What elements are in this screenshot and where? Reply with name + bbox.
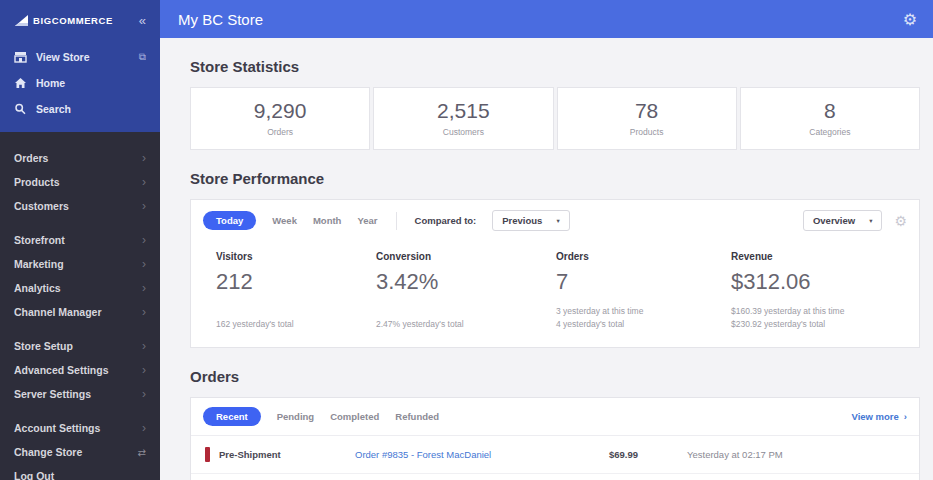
view-more-label: View more (851, 411, 898, 422)
chevron-down-icon: ▾ (556, 217, 559, 225)
sidebar-top-section: BIGCOMMERCE « View Store ⧉ (0, 0, 160, 132)
sidebar-item-orders[interactable]: Orders › (0, 146, 160, 170)
sidebar-item-log-out[interactable]: Log Out (0, 464, 160, 480)
metric-subtext: $230.92 yesterday's total (731, 318, 919, 331)
overview-value: Overview (813, 215, 855, 226)
chevron-right-icon: › (142, 388, 146, 400)
tab-month[interactable]: Month (313, 215, 342, 226)
tab-refunded[interactable]: Refunded (395, 411, 439, 422)
tab-today[interactable]: Today (203, 211, 256, 230)
metric-label: Orders (556, 251, 731, 262)
chevron-right-icon: › (142, 340, 146, 352)
sidebar-item-label: Home (36, 77, 65, 89)
sidebar-item-account-settings[interactable]: Account Settings › (0, 416, 160, 440)
gear-icon[interactable]: ⚙ (903, 10, 917, 29)
divider (396, 212, 397, 230)
sidebar-item-marketing[interactable]: Marketing › (0, 252, 160, 276)
chevron-right-icon: › (142, 258, 146, 270)
metric-subtext: 2.47% yesterday's total (376, 318, 556, 331)
sidebar-item-products[interactable]: Products › (0, 170, 160, 194)
sidebar-item-label: Channel Manager (14, 306, 102, 318)
metric-value: 7 (556, 269, 731, 295)
sidebar-item-label: View Store (36, 51, 90, 63)
chevron-right-icon: › (142, 152, 146, 164)
sidebar-item-home[interactable]: Home (0, 70, 160, 96)
store-performance-card: Today Week Month Year Compared to: Previ… (190, 199, 920, 348)
metric-revenue: Revenue $312.06 $160.39 yesterday at thi… (731, 251, 919, 331)
stat-value: 2,515 (374, 99, 552, 123)
stat-card-customers: 2,515 Customers (373, 87, 553, 150)
sidebar-item-change-store[interactable]: Change Store ⇄ (0, 440, 160, 464)
chevron-right-icon: › (142, 200, 146, 212)
sail-icon (14, 14, 29, 27)
store-statistics-row: 9,290 Orders 2,515 Customers 78 Products… (190, 87, 920, 150)
sidebar-item-label: Change Store (14, 446, 82, 458)
app-window: BIGCOMMERCE « View Store ⧉ (0, 0, 933, 480)
metric-orders: Orders 7 3 yesterday at this time 4 yest… (556, 251, 731, 331)
overview-dropdown[interactable]: Overview ▾ (803, 210, 883, 231)
view-more-link[interactable]: View more › (851, 411, 907, 422)
tab-year[interactable]: Year (357, 215, 377, 226)
change-store-icon: ⇄ (138, 447, 146, 458)
sidebar-item-label: Server Settings (14, 388, 91, 400)
logo-text: BIGCOMMERCE (33, 15, 113, 26)
metric-value: 3.42% (376, 269, 556, 295)
sidebar-item-label: Log Out (14, 470, 54, 480)
metric-visitors: Visitors 212 162 yesterday's total (216, 251, 376, 331)
store-title: My BC Store (178, 11, 263, 28)
order-row: Pre-Shipment Order #9835 - Forest MacDan… (191, 436, 919, 474)
external-link-icon: ⧉ (139, 51, 146, 63)
order-status: Pre-Shipment (219, 449, 281, 460)
metric-value: $312.06 (731, 269, 919, 295)
orders-card: Recent Pending Completed Refunded View m… (190, 397, 920, 480)
status-color-bar (205, 447, 210, 462)
sidebar-item-view-store[interactable]: View Store ⧉ (0, 44, 160, 70)
sidebar-item-store-setup[interactable]: Store Setup › (0, 334, 160, 358)
search-icon (14, 103, 27, 115)
sidebar-item-server-settings[interactable]: Server Settings › (0, 382, 160, 406)
sidebar-item-label: Orders (14, 152, 48, 164)
stat-card-categories: 8 Categories (740, 87, 920, 150)
sidebar-item-storefront[interactable]: Storefront › (0, 228, 160, 252)
sidebar-nav: Orders › Products › Customers › Storefro… (0, 132, 160, 480)
tab-completed[interactable]: Completed (330, 411, 379, 422)
sidebar-item-label: Advanced Settings (14, 364, 109, 376)
store-icon (14, 51, 27, 63)
metric-subtext: 4 yesterday's total (556, 318, 731, 331)
gear-icon[interactable]: ⚙ (894, 213, 907, 229)
stat-label: Products (558, 127, 736, 137)
sidebar-item-label: Store Setup (14, 340, 73, 352)
chevron-down-icon: ▾ (869, 217, 872, 225)
sidebar-item-analytics[interactable]: Analytics › (0, 276, 160, 300)
content: Store Statistics 9,290 Orders 2,515 Cust… (160, 38, 933, 480)
performance-tabrow: Today Week Month Year Compared to: Previ… (191, 200, 919, 241)
sidebar-item-advanced-settings[interactable]: Advanced Settings › (0, 358, 160, 382)
stat-label: Categories (741, 127, 919, 137)
sidebar-item-label: Storefront (14, 234, 65, 246)
orders-heading: Orders (190, 368, 920, 385)
sidebar-item-search[interactable]: Search (0, 96, 160, 122)
tab-recent[interactable]: Recent (203, 407, 261, 426)
bigcommerce-logo: BIGCOMMERCE (14, 14, 113, 27)
metric-subtext: $160.39 yesterday at this time (731, 305, 919, 318)
metric-conversion: Conversion 3.42% 2.47% yesterday's total (376, 251, 556, 331)
stat-value: 78 (558, 99, 736, 123)
header-bar: My BC Store ⚙ (160, 0, 933, 38)
sidebar: BIGCOMMERCE « View Store ⧉ (0, 0, 160, 480)
tab-week[interactable]: Week (272, 215, 297, 226)
metric-label: Visitors (216, 251, 376, 262)
sidebar-collapse-icon[interactable]: « (139, 13, 146, 28)
chevron-right-icon: › (142, 282, 146, 294)
orders-tabrow: Recent Pending Completed Refunded View m… (191, 398, 919, 436)
sidebar-item-customers[interactable]: Customers › (0, 194, 160, 218)
sidebar-item-channel-manager[interactable]: Channel Manager › (0, 300, 160, 324)
chevron-right-icon: › (142, 176, 146, 188)
compared-to-value: Previous (502, 215, 542, 226)
order-link[interactable]: Order #9835 - Forest MacDaniel (355, 449, 609, 460)
tab-pending[interactable]: Pending (277, 411, 314, 422)
performance-metrics: Visitors 212 162 yesterday's total Conve… (191, 241, 919, 347)
compared-to-dropdown[interactable]: Previous ▾ (492, 210, 569, 231)
sidebar-item-label: Products (14, 176, 60, 188)
order-amount: $69.99 (609, 449, 687, 460)
metric-label: Conversion (376, 251, 556, 262)
